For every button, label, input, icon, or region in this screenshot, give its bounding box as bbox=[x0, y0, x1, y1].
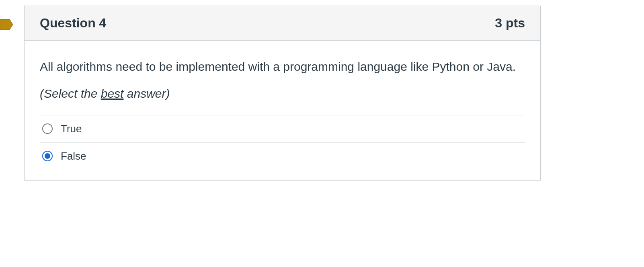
question-text: All algorithms need to be implemented wi… bbox=[40, 58, 525, 76]
hint-pre: (Select the bbox=[40, 87, 101, 100]
hint-underline: best bbox=[101, 87, 124, 100]
radio-icon[interactable] bbox=[42, 123, 53, 134]
hint-post: answer) bbox=[123, 87, 170, 100]
answer-option-false[interactable]: False bbox=[40, 143, 525, 170]
question-hint: (Select the best answer) bbox=[40, 87, 525, 101]
question-body: All algorithms need to be implemented wi… bbox=[25, 41, 540, 180]
question-title: Question 4 bbox=[40, 16, 106, 31]
bookmark-flag-icon[interactable] bbox=[0, 18, 13, 31]
answer-label: True bbox=[61, 123, 82, 135]
answer-option-true[interactable]: True bbox=[40, 115, 525, 143]
question-card: Question 4 3 pts All algorithms need to … bbox=[24, 6, 541, 181]
answer-label: False bbox=[61, 150, 86, 162]
answer-list: True False bbox=[40, 115, 525, 170]
question-points: 3 pts bbox=[495, 16, 525, 31]
radio-icon[interactable] bbox=[42, 151, 53, 161]
question-header: Question 4 3 pts bbox=[25, 6, 540, 41]
